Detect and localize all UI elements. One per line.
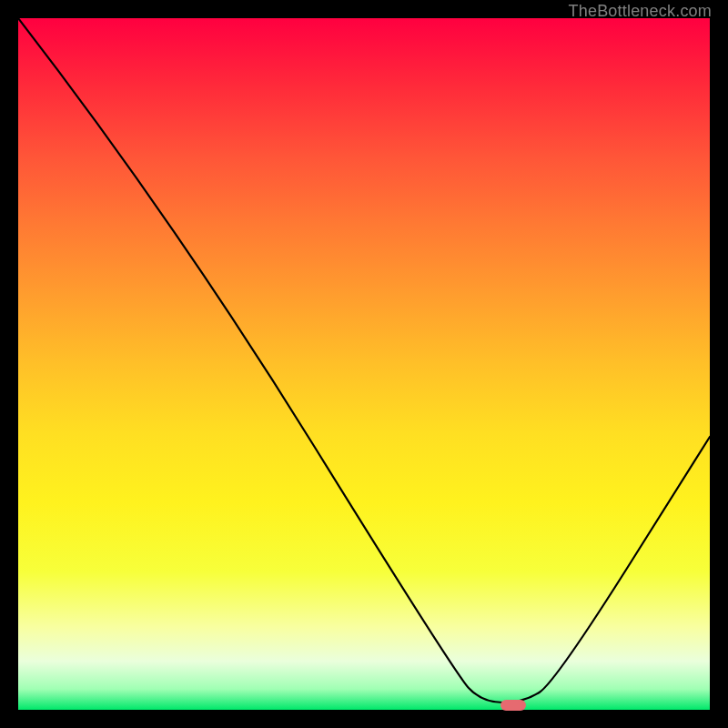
watermark-text: TheBottleneck.com xyxy=(569,2,712,21)
curve-svg xyxy=(18,18,710,710)
bottleneck-curve xyxy=(18,18,710,703)
chart-frame: TheBottleneck.com xyxy=(0,0,728,728)
optimal-marker xyxy=(500,700,526,711)
